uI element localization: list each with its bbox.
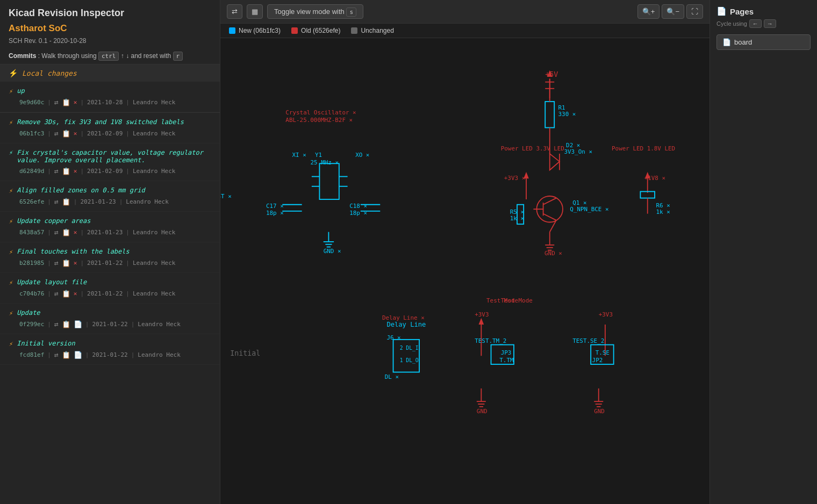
commit-hash-7: fcd81ef [19,351,44,358]
diff-icon-4[interactable]: ⇄ [54,259,59,267]
commit-message-0: ⚡ Remove 3Ds, fix 3V3 and 1V8 switched l… [9,118,211,126]
cross-icon-up[interactable]: ✕ [74,99,77,106]
pages-icon: 📄 [716,6,727,16]
regular-commits: ⚡ Remove 3Ds, fix 3V3 and 1V8 switched l… [0,113,220,365]
svg-text:DL ×: DL × [385,373,399,380]
diff-icon-2[interactable]: ⇄ [54,198,59,206]
branch-icon-6: ⚡ [9,309,12,317]
file-red-icon-0[interactable]: 📋 [62,129,70,138]
commit-author-6: Leandro Heck [138,321,180,328]
svg-text:3V3_On ×: 3V3_On × [564,148,592,155]
svg-text:J6 ×: J6 × [386,334,400,341]
zoom-group: 🔍+ 🔍− ⛶ [637,4,703,19]
legend-unchanged-label: Unchanged [361,27,393,34]
svg-text:330 ×: 330 × [558,111,576,118]
legend-new-label: New (06b1fc3) [239,27,281,34]
legend-old-label: Old (6526efe) [301,27,340,34]
file-red-icon-3[interactable]: 📋 [62,228,70,236]
diff-icon-5[interactable]: ⇄ [54,290,59,298]
legend-dot-old [291,27,298,34]
svg-text:Initial: Initial [230,349,260,357]
legend-unchanged: Unchanged [351,27,393,34]
local-changes-group: ⚡ Local changes ⚡ up 9e9d60c | ⇄ 📋 ✕ | 2… [0,64,220,113]
commit-meta-up: 9e9d60c | ⇄ 📋 ✕ | 2021-10-28 | Leandro H… [9,98,211,106]
commit-date-1: 2021-02-09 [87,168,123,175]
file-red-icon-5[interactable]: 📋 [62,290,70,298]
diff-icon-3[interactable]: ⇄ [54,228,59,236]
branch-icon-4: ⚡ [9,248,12,256]
commit-item-6[interactable]: ⚡ Update 0f299ec | ⇄📋📄 | 2021-01-22 | Le… [0,304,220,334]
cycle-next-button[interactable]: → [764,19,776,28]
svg-text:2 DL_I: 2 DL_I [400,345,419,351]
commit-date-7: 2021-01-22 [92,351,127,358]
cross-icon-4[interactable]: ✕ [74,260,77,267]
commit-hash-3: 8438a57 [19,229,44,236]
app-title: Kicad Revision Inspector [0,0,220,21]
svg-text:1 DL_O: 1 DL_O [400,357,419,364]
commits-section: Commits : Walk through using ctrl ↑ ↓ an… [0,50,220,64]
commit-item-1[interactable]: ⚡ Fix crystal's capacitor value, voltage… [0,143,220,181]
svg-text:XI ×: XI × [292,152,306,159]
svg-text:+5V: +5V [545,70,558,78]
diff-icon-1[interactable]: ⇄ [54,167,59,175]
commit-item-0[interactable]: ⚡ Remove 3Ds, fix 3V3 and 1V8 switched l… [0,113,220,143]
file-red-icon-2[interactable]: 📋 [62,198,70,206]
svg-text:TEST.SE_2: TEST.SE_2 [572,337,604,344]
layout-view-button[interactable]: ▦ [247,4,263,19]
right-panel: 📄 Pages Cycle using ← → 📄 board [710,0,817,504]
legend-dot-new [229,27,235,34]
commit-meta-7: fcd81ef | ⇄📋📄 | 2021-01-22 | Leandro Hec… [9,351,211,359]
commit-item-3[interactable]: ⚡ Update copper areas 8438a57 | ⇄📋✕ | 20… [0,212,220,242]
commit-hash-0: 06b1fc3 [19,130,44,137]
svg-text:25 MHz ×: 25 MHz × [310,159,339,166]
svg-text:Power LED 1.8V LED: Power LED 1.8V LED [612,145,675,152]
svg-text:GND: GND [477,408,488,415]
fit-view-button[interactable]: ⛶ [686,4,703,19]
commit-author-1: Leandro Heck [133,168,175,175]
toggle-view-button[interactable]: Toggle view mode with s [267,4,363,19]
reset-key: r [173,52,183,61]
file-red-icon-1[interactable]: 📋 [62,167,70,175]
file-icon-6: 📄 [74,320,82,328]
diff-icon-6[interactable]: ⇄ [54,320,59,328]
svg-text:Crystal Oscillator ×: Crystal Oscillator × [285,109,356,116]
commit-list: ⚡ Local changes ⚡ up 9e9d60c | ⇄ 📋 ✕ | 2… [0,64,220,504]
file-red-icon-up[interactable]: 📋 [62,98,70,106]
diff-icon-7[interactable]: ⇄ [54,351,59,359]
commit-item-up[interactable]: ⚡ up 9e9d60c | ⇄ 📋 ✕ | 2021-10-28 | Lean… [0,82,220,112]
commit-message-4: ⚡ Final touches with the labels [9,248,211,256]
commit-hash-1: d62849d [19,168,44,175]
svg-text:1k ×: 1k × [656,208,670,215]
diff-icon-0[interactable]: ⇄ [54,129,59,138]
reset-text: and reset with [131,52,171,60]
file-red-icon-6[interactable]: 📋 [62,320,70,328]
file-red-icon-7[interactable]: 📋 [62,351,70,359]
commit-item-4[interactable]: ⚡ Final touches with the labels b281985 … [0,242,220,273]
zoom-out-button[interactable]: 🔍− [662,4,684,19]
diff-icon-up[interactable]: ⇄ [54,98,59,106]
svg-text:C17 ×: C17 × [266,203,284,210]
commit-hash-5: c704b76 [19,290,44,297]
diff-view-button[interactable]: ⇄ [227,4,242,19]
commit-item-7[interactable]: ⚡ Initial version fcd81ef | ⇄📋📄 | 2021-0… [0,334,220,365]
cross-icon-3[interactable]: ✕ [74,229,77,236]
commit-author-3: Leandro Heck [133,229,175,236]
zoom-in-button[interactable]: 🔍+ [637,4,660,19]
cross-icon-1[interactable]: ✕ [74,168,77,175]
page-icon-board: 📄 [722,38,731,46]
commit-message-3: ⚡ Update copper areas [9,217,211,225]
file-red-icon-4[interactable]: 📋 [62,259,70,267]
commits-label: Commits [9,52,36,60]
commit-item-5[interactable]: ⚡ Update layout file c704b76 | ⇄📋✕ | 202… [0,273,220,304]
branch-icon-0: ⚡ [9,119,12,126]
cycle-text: Cycle using [716,20,747,27]
svg-text:C18 ×: C18 × [349,203,367,210]
cross-icon-5[interactable]: ✕ [74,290,77,297]
cycle-prev-button[interactable]: ← [749,19,762,28]
commit-author-4: Leandro Heck [133,260,175,267]
commit-item-2[interactable]: ⚡ Align filled zones on 0.5 mm grid 6526… [0,181,220,212]
schematic-view[interactable]: Crystal Oscillator × ABL-25.000MHZ-B2F ×… [220,38,710,504]
page-item-board[interactable]: 📄 board [716,34,811,50]
cross-icon-0[interactable]: ✕ [74,130,77,137]
pages-header: 📄 Pages [716,6,811,16]
